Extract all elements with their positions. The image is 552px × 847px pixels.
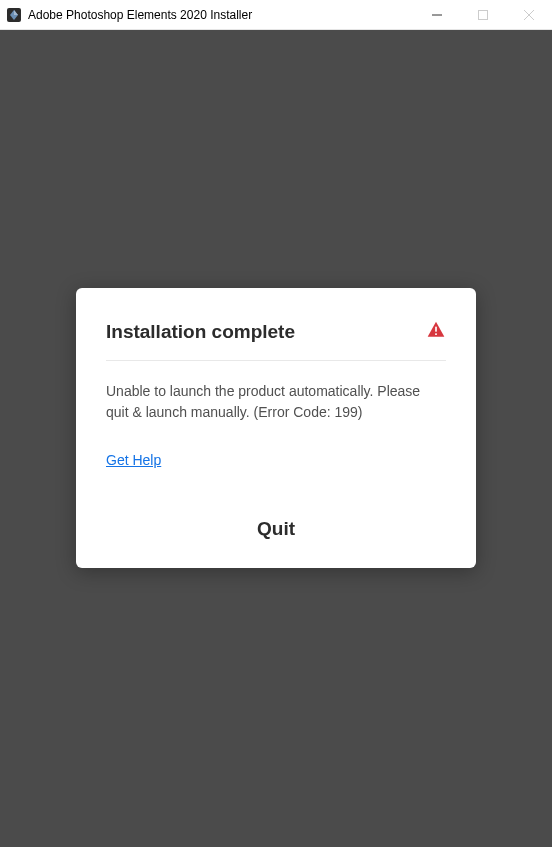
warning-icon: [426, 320, 446, 344]
quit-button[interactable]: Quit: [106, 510, 446, 544]
close-button: [506, 0, 552, 29]
dialog-header: Installation complete: [106, 320, 446, 361]
dialog-message: Unable to launch the product automatical…: [106, 381, 446, 423]
installation-dialog: Installation complete Unable to launch t…: [76, 288, 476, 568]
dialog-title: Installation complete: [106, 321, 295, 343]
window-title: Adobe Photoshop Elements 2020 Installer: [28, 8, 414, 22]
svg-rect-7: [435, 327, 437, 332]
minimize-button[interactable]: [414, 0, 460, 29]
svg-rect-8: [435, 333, 437, 335]
app-icon: [6, 7, 22, 23]
app-body: Installation complete Unable to launch t…: [0, 30, 552, 847]
get-help-link[interactable]: Get Help: [106, 452, 161, 468]
svg-rect-4: [479, 10, 488, 19]
window-titlebar: Adobe Photoshop Elements 2020 Installer: [0, 0, 552, 30]
window-controls: [414, 0, 552, 29]
maximize-button: [460, 0, 506, 29]
